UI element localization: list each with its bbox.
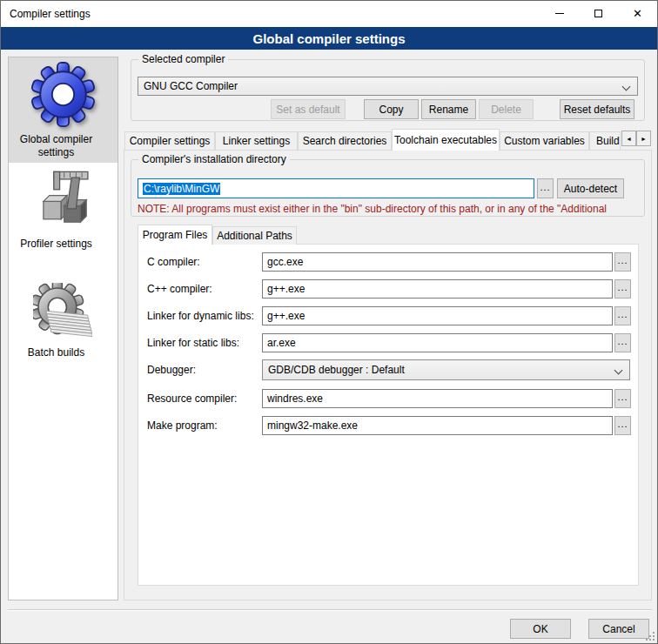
delete-button[interactable]: Delete — [479, 99, 534, 119]
footer-divider — [8, 609, 652, 611]
make-program-input[interactable]: mingw32-make.exe — [262, 416, 613, 435]
blue-gear-icon[interactable] — [30, 62, 96, 127]
tab-search-directories[interactable]: Search directories — [298, 131, 392, 150]
cancel-button[interactable]: Cancel — [588, 619, 649, 639]
copy-button[interactable]: Copy — [364, 99, 419, 119]
resource-compiler-browse-button[interactable]: ... — [614, 389, 631, 408]
dynamic-linker-input[interactable]: g++.exe — [262, 306, 613, 325]
ok-button[interactable]: OK — [510, 619, 571, 639]
compiler-settings-dialog: Compiler settings ✕ Global compiler sett… — [0, 0, 658, 644]
selected-compiler-legend: Selected compiler — [138, 53, 228, 65]
c-compiler-browse-button[interactable]: ... — [614, 252, 631, 272]
window-controls: ✕ — [540, 1, 657, 27]
caliper-icon[interactable] — [33, 169, 92, 228]
rename-button[interactable]: Rename — [421, 99, 476, 119]
sidebar-item-profiler-settings[interactable]: Profiler settings — [1, 238, 111, 251]
sidebar-item-label[interactable]: Global compiler settings — [1, 133, 111, 159]
tab-custom-variables[interactable]: Custom variables — [500, 131, 589, 150]
tab-scroll-left-button[interactable]: ◄ — [621, 131, 636, 146]
static-linker-browse-button[interactable]: ... — [614, 333, 631, 352]
window-title: Compiler settings — [10, 8, 91, 20]
page-title: Global compiler settings — [252, 31, 405, 46]
debugger-select[interactable]: GDB/CDB debugger : Default — [262, 359, 630, 380]
tab-compiler-settings[interactable]: Compiler settings — [124, 131, 215, 150]
chevron-down-icon — [622, 83, 631, 91]
selected-path-text: C:\raylib\MinGW — [143, 183, 220, 195]
bin-subdirectory-note: NOTE: All programs must exist either in … — [138, 203, 640, 215]
arrow-left-icon: ◄ — [626, 136, 632, 142]
maximize-icon — [594, 10, 602, 17]
dynamic-linker-browse-button[interactable]: ... — [614, 306, 631, 325]
arrow-right-icon: ► — [641, 136, 647, 142]
make-program-label: Make program: — [147, 419, 218, 432]
directory-browse-button[interactable]: ... — [537, 178, 554, 198]
installation-directory-legend: Compiler's installation directory — [138, 153, 290, 165]
installation-directory-input[interactable]: C:\raylib\MinGW — [138, 178, 534, 198]
auto-detect-button[interactable]: Auto-detect — [557, 178, 624, 198]
minimize-button[interactable] — [540, 1, 579, 26]
resize-grip[interactable] — [646, 632, 655, 641]
sidebar-item-batch-builds[interactable]: Batch builds — [1, 346, 111, 359]
gray-gear-stack-icon[interactable] — [33, 283, 92, 342]
maximize-button[interactable] — [579, 1, 618, 26]
page-banner: Global compiler settings — [1, 27, 657, 50]
minimize-icon — [555, 13, 564, 14]
static-linker-input[interactable]: ar.exe — [262, 333, 613, 352]
chevron-down-icon — [614, 366, 623, 375]
static-linker-label: Linker for static libs: — [147, 337, 239, 349]
tab-linker-settings[interactable]: Linker settings — [215, 131, 298, 150]
compiler-select[interactable]: GNU GCC Compiler — [138, 77, 638, 96]
reset-defaults-button[interactable]: Reset defaults — [560, 99, 634, 119]
subtab-program-files[interactable]: Program Files — [138, 225, 212, 245]
cpp-compiler-browse-button[interactable]: ... — [614, 279, 631, 299]
cpp-compiler-label: C++ compiler: — [147, 283, 212, 295]
dynamic-linker-label: Linker for dynamic libs: — [147, 310, 254, 322]
close-button[interactable]: ✕ — [618, 1, 657, 26]
resource-compiler-input[interactable]: windres.exe — [262, 389, 613, 408]
make-program-browse-button[interactable]: ... — [614, 416, 631, 435]
c-compiler-input[interactable]: gcc.exe — [262, 252, 613, 272]
tab-toolchain-executables[interactable]: Toolchain executables — [392, 129, 500, 151]
subtab-additional-paths[interactable]: Additional Paths — [212, 226, 297, 245]
cpp-compiler-input[interactable]: g++.exe — [262, 279, 613, 299]
tab-build-options[interactable]: Build options — [589, 131, 621, 150]
tab-scroll-right-button[interactable]: ► — [636, 131, 651, 146]
c-compiler-label: C compiler: — [147, 256, 200, 268]
set-as-default-button[interactable]: Set as default — [271, 99, 346, 119]
resource-compiler-label: Resource compiler: — [147, 392, 237, 405]
debugger-label: Debugger: — [147, 364, 196, 376]
close-icon: ✕ — [633, 8, 642, 19]
